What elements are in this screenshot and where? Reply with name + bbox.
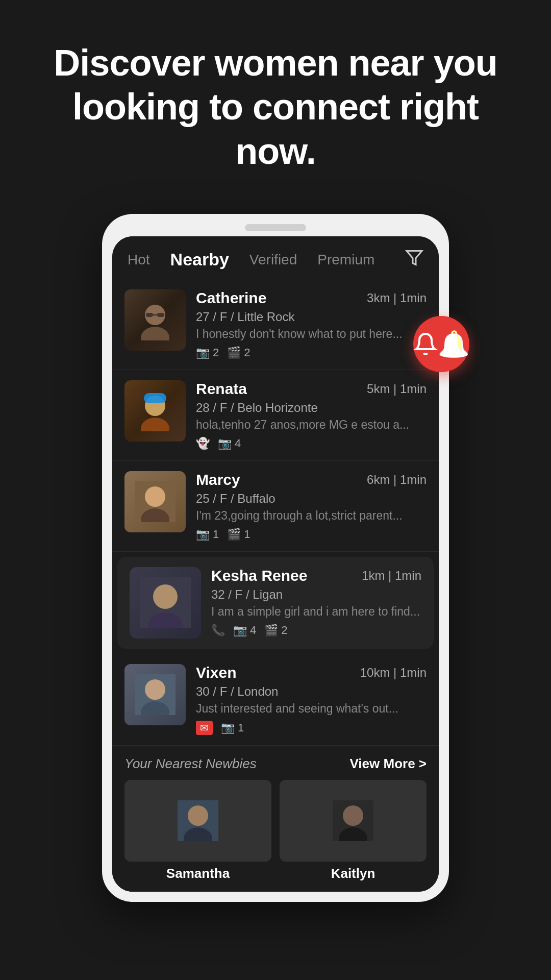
badge-camera-marcy: 📷 1 (196, 528, 219, 541)
user-info-kesha: Kesha Renee 1km | 1min 32 / F / Ligan I … (201, 567, 421, 637)
user-distance-catherine: 3km | 1min (367, 291, 427, 305)
newbie-kaitlyn[interactable]: Kaitlyn (280, 780, 427, 881)
snapchat-icon: 👻 (196, 437, 210, 450)
badge-email: ✉ (196, 721, 213, 735)
user-top-row-vixen: Vixen 10km | 1min (196, 664, 427, 681)
badge-camera-renata: 📷 4 (218, 437, 241, 450)
svg-point-13 (153, 584, 178, 609)
user-distance-vixen: 10km | 1min (360, 666, 427, 680)
filter-button[interactable] (405, 249, 423, 271)
user-card-renata[interactable]: Renata 5km | 1min 28 / F / Belo Horizont… (112, 370, 439, 461)
badge-camera-kesha: 📷 4 (233, 624, 256, 637)
user-name-catherine: Catherine (196, 289, 266, 307)
avatar-catherine (124, 289, 186, 351)
user-name-marcy: Marcy (196, 471, 240, 488)
tab-hot[interactable]: Hot (128, 252, 150, 268)
user-list: Catherine 3km | 1min 27 / F / Little Roc… (112, 279, 439, 892)
user-meta-marcy: 25 / F / Buffalo (196, 492, 427, 506)
user-bio-renata: hola,tenho 27 anos,more MG e estou a... (196, 418, 410, 432)
tab-premium[interactable]: Premium (317, 252, 374, 268)
user-badges-catherine: 📷 2 🎬 2 (196, 346, 427, 359)
newbies-section: Your Nearest Newbies View More > (112, 746, 439, 892)
user-badges-marcy: 📷 1 🎬 1 (196, 528, 427, 541)
user-card-marcy[interactable]: Marcy 6km | 1min 25 / F / Buffalo I'm 23… (112, 461, 439, 552)
badge-video-kesha: 🎬 2 (264, 624, 287, 637)
user-name-vixen: Vixen (196, 664, 237, 681)
user-bio-kesha: I am a simple girl and i am here to find… (211, 605, 421, 619)
phone-notch (245, 224, 306, 231)
phone-screen: Hot Nearby Verified Premium (112, 236, 439, 892)
tabs-bar: Hot Nearby Verified Premium (112, 236, 439, 279)
badge-phone: 📞 (211, 624, 225, 637)
user-distance-marcy: 6km | 1min (367, 473, 427, 487)
avatar-marcy (124, 471, 186, 532)
phone-mockup: Hot Nearby Verified Premium (102, 214, 449, 902)
user-bio-vixen: Just interested and seeing what's out... (196, 702, 410, 716)
tab-nearby[interactable]: Nearby (170, 250, 229, 270)
camera-icon: 📷 (196, 346, 210, 359)
svg-rect-3 (146, 313, 153, 317)
video-icon: 🎬 (227, 528, 241, 541)
badge-camera: 📷 2 (196, 346, 219, 359)
avatar-samantha (124, 780, 271, 862)
video-icon: 🎬 (227, 346, 241, 359)
svg-point-19 (188, 805, 208, 826)
svg-rect-4 (157, 313, 164, 317)
user-info-renata: Renata 5km | 1min 28 / F / Belo Horizont… (186, 380, 427, 450)
newbie-samantha[interactable]: Samantha (124, 780, 271, 881)
svg-point-22 (343, 805, 363, 826)
user-name-renata: Renata (196, 380, 247, 398)
avatar-kesha (130, 567, 201, 639)
user-top-row-kesha: Kesha Renee 1km | 1min (211, 567, 421, 584)
user-bio-marcy: I'm 23,going through a lot,strict parent… (196, 509, 410, 523)
video-icon: 🎬 (264, 624, 278, 637)
badge-video-marcy: 🎬 1 (227, 528, 250, 541)
user-info-marcy: Marcy 6km | 1min 25 / F / Buffalo I'm 23… (186, 471, 427, 541)
user-meta-vixen: 30 / F / London (196, 684, 427, 699)
user-card-catherine[interactable]: Catherine 3km | 1min 27 / F / Little Roc… (112, 279, 439, 370)
user-badges-kesha: 📞 📷 4 🎬 2 (211, 624, 421, 637)
user-info-vixen: Vixen 10km | 1min 30 / F / London Just i… (186, 664, 427, 735)
user-info-catherine: Catherine 3km | 1min 27 / F / Little Roc… (186, 289, 427, 359)
user-top-row: Catherine 3km | 1min (196, 289, 427, 307)
hero-section: Discover women near you looking to conne… (0, 0, 551, 193)
user-badges-renata: 👻 📷 4 (196, 437, 427, 450)
user-card-vixen[interactable]: Vixen 10km | 1min 30 / F / London Just i… (112, 654, 439, 746)
camera-icon: 📷 (221, 721, 235, 734)
camera-icon: 📷 (233, 624, 247, 637)
svg-point-16 (145, 679, 165, 700)
user-top-row-marcy: Marcy 6km | 1min (196, 471, 427, 488)
user-name-kesha: Kesha Renee (211, 567, 307, 584)
phone-frame: Hot Nearby Verified Premium (102, 214, 449, 902)
newbie-name-kaitlyn: Kaitlyn (280, 866, 427, 881)
view-more-button[interactable]: View More > (349, 756, 427, 772)
user-meta-catherine: 27 / F / Little Rock (196, 310, 427, 324)
user-top-row-renata: Renata 5km | 1min (196, 380, 427, 398)
svg-point-2 (141, 327, 169, 340)
avatar-kaitlyn (280, 780, 427, 862)
user-distance-kesha: 1km | 1min (362, 569, 421, 583)
avatar-renata (124, 380, 186, 442)
badge-camera-vixen: 📷 1 (221, 721, 244, 734)
email-icon: ✉ (200, 722, 209, 734)
user-meta-kesha: 32 / F / Ligan (211, 587, 421, 602)
newbie-name-samantha: Samantha (124, 866, 271, 881)
phone-icon: 📞 (211, 624, 225, 637)
svg-point-10 (145, 486, 165, 507)
badge-snapchat: 👻 (196, 437, 210, 450)
notification-fab-button[interactable] (413, 316, 469, 372)
svg-rect-8 (144, 393, 166, 403)
tab-verified[interactable]: Verified (249, 252, 297, 268)
user-card-kesha[interactable]: Kesha Renee 1km | 1min 32 / F / Ligan I … (117, 557, 434, 649)
newbies-title: Your Nearest Newbies (124, 756, 257, 772)
user-bio-catherine: I honestly don't know what to put here..… (196, 327, 410, 341)
user-distance-renata: 5km | 1min (367, 382, 427, 396)
avatar-vixen (124, 664, 186, 725)
user-meta-renata: 28 / F / Belo Horizonte (196, 401, 427, 415)
camera-icon: 📷 (218, 437, 232, 450)
newbies-row: Samantha Kaitlyn (124, 780, 427, 881)
svg-marker-0 (407, 251, 422, 265)
user-badges-vixen: ✉ 📷 1 (196, 721, 427, 735)
svg-point-7 (141, 418, 169, 431)
hero-title: Discover women near you looking to conne… (31, 41, 520, 173)
